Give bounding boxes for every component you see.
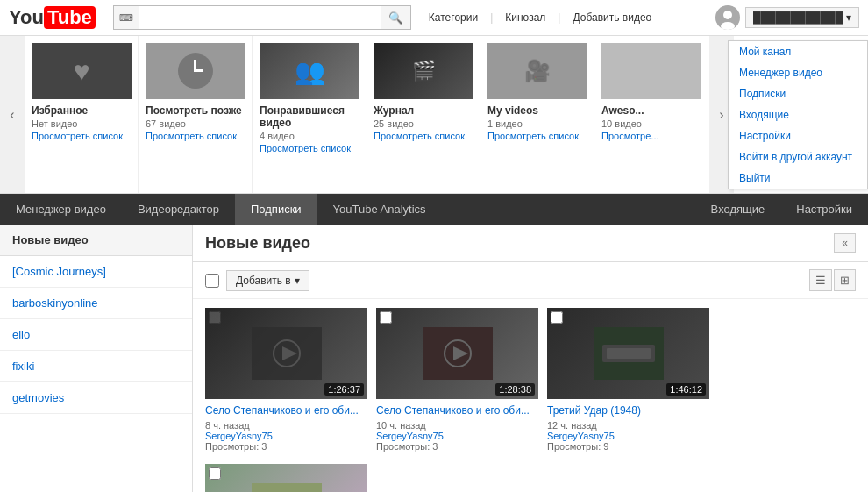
search-button[interactable]: 🔍 (381, 5, 411, 30)
keyboard-button[interactable]: ⌨ (113, 5, 139, 30)
playlist-count: 10 видео (601, 118, 701, 129)
dropdown-subscriptions[interactable]: Подписки (729, 83, 867, 104)
playlist-thumb-myvideos (487, 43, 587, 99)
video-time: 12 ч. назад (547, 420, 709, 431)
content-title: Новые видео (205, 234, 310, 253)
nav-cinema[interactable]: Кинозал (505, 11, 545, 24)
tab-subscriptions[interactable]: Подписки (235, 194, 317, 225)
svg-rect-14 (607, 348, 651, 359)
dropdown-switch-account[interactable]: Войти в другой аккаунт (729, 146, 867, 168)
sidebar-section-title: Новые видео (0, 225, 192, 256)
dropdown-logout[interactable]: Выйти (729, 168, 867, 189)
video-thumbnail: 1:28:38 (376, 308, 538, 399)
tab-settings[interactable]: Настройки (780, 194, 868, 225)
main-container: Новые видео [Cosmic Journeys] barboskiny… (0, 225, 868, 492)
add-to-button[interactable]: Добавить в ▾ (226, 270, 309, 291)
video-views: Просмотры: 3 (376, 441, 538, 452)
playlist-link[interactable]: Просмотреть список (260, 143, 351, 153)
playlist-title: My videos (487, 104, 587, 117)
svg-rect-5 (194, 69, 203, 72)
playlist-count: 4 видео (260, 131, 359, 141)
dropdown-settings[interactable]: Настройки (729, 125, 867, 146)
video-title[interactable]: Село Степанчиково и его оби... (376, 403, 538, 418)
playlist-item[interactable]: Избранное Нет видео Просмотреть список (25, 36, 139, 193)
grid-view-button[interactable]: ⊞ (834, 269, 856, 291)
nav-categories[interactable]: Категории (429, 11, 478, 24)
tab-inbox[interactable]: Входящие (695, 194, 781, 225)
playlist-item[interactable]: 🎬 Журнал 25 видео Просмотреть список (366, 36, 480, 193)
playlist-link[interactable]: Просмотреть список (146, 131, 237, 141)
playlist-link[interactable]: Просмотреть список (374, 131, 465, 141)
add-to-label: Добавить в (236, 275, 291, 287)
playlist-count: 1 видео (487, 118, 587, 129)
playlist-title: Aweso... (601, 104, 701, 117)
playlist-prev-button[interactable]: ‹ (0, 36, 25, 193)
playlist-thumb-awesome (601, 43, 701, 99)
video-card[interactable]: 1:26:37 Село Степанчиково и его оби... 8… (205, 308, 367, 452)
video-title[interactable]: Третий Удар (1948) (547, 403, 709, 418)
tab-video-manager[interactable]: Менеджер видео (0, 194, 122, 225)
sidebar-item-ello[interactable]: ello (0, 319, 192, 351)
video-channel[interactable]: SergeyYasny75 (376, 431, 538, 441)
video-grid: 1:26:37 Село Степанчиково и его оби... 8… (193, 299, 868, 492)
header-nav: Категории | Кинозал | Добавить видео (429, 11, 651, 24)
sidebar-item-barbos[interactable]: barboskinyonline (0, 288, 192, 319)
video-thumbnail: 1:46:12 (547, 308, 709, 399)
playlist-title: Избранное (32, 104, 131, 117)
dropdown-my-channel[interactable]: Мой канал (729, 41, 867, 62)
nav-add-video[interactable]: Добавить видео (573, 11, 651, 24)
playlist-link[interactable]: Просмотре... (601, 131, 659, 141)
logo-tube: Tube (44, 6, 96, 29)
select-all-checkbox[interactable] (205, 274, 219, 288)
video-card[interactable]: 1:28:38 Село Степанчиково и его оби... 1… (376, 308, 538, 452)
video-checkbox[interactable] (380, 311, 392, 324)
list-view-button[interactable]: ☰ (809, 269, 832, 291)
playlist-item[interactable]: Aweso... 10 видео Просмотре... (594, 36, 708, 193)
playlist-count: Нет видео (32, 118, 131, 129)
logo[interactable]: YouTube (9, 6, 96, 29)
nav-sep1: | (490, 11, 493, 24)
video-checkbox[interactable] (551, 311, 563, 324)
video-card[interactable]: 13:37 Гора Самоцветов: Толкование... 14 … (205, 464, 367, 492)
content-header: Новые видео « (193, 225, 868, 262)
video-views: Просмотры: 9 (547, 441, 709, 452)
playlist-thumb-fav (32, 43, 132, 99)
video-channel[interactable]: SergeyYasny75 (547, 431, 709, 441)
video-channel[interactable]: SergeyYasny75 (205, 431, 367, 441)
dropdown-inbox[interactable]: Входящие (729, 104, 867, 125)
playlist-link[interactable]: Просмотреть список (487, 131, 579, 141)
tab-video-editor[interactable]: Видеоредактор (122, 194, 235, 225)
video-thumbnail: 13:37 (205, 464, 367, 492)
video-duration: 1:26:37 (324, 383, 364, 396)
video-toolbar: Добавить в ▾ ☰ ⊞ (193, 262, 868, 299)
content-area: Новые видео « Добавить в ▾ ☰ ⊞ (193, 225, 868, 492)
user-name: ████████████ (753, 11, 843, 24)
video-time: 10 ч. назад (376, 420, 538, 431)
header: YouTube ⌨ 🔍 Категории | Кинозал | Добави… (0, 0, 868, 36)
playlist-item[interactable]: My videos 1 видео Просмотреть список (480, 36, 594, 193)
playlist-item[interactable]: Посмотреть позже 67 видео Просмотреть сп… (139, 36, 253, 193)
sidebar-item-fixiki[interactable]: fixiki (0, 351, 192, 382)
playlist-title: Посмотреть позже (146, 104, 245, 117)
video-duration: 1:28:38 (495, 383, 535, 396)
avatar (715, 5, 740, 30)
tab-analytics[interactable]: YouTube Analytics (317, 194, 442, 225)
playlist-link[interactable]: Просмотреть список (32, 131, 123, 141)
video-card[interactable]: 1:46:12 Третий Удар (1948) 12 ч. назад S… (547, 308, 709, 452)
playlist-item[interactable]: 👥 Понравившиеся видео 4 видео Просмотрет… (253, 36, 366, 193)
user-menu-button[interactable]: ████████████ ▾ (745, 7, 859, 28)
sidebar-item-getmovies[interactable]: getmovies (0, 382, 192, 414)
dropdown-video-manager[interactable]: Менеджер видео (729, 62, 867, 83)
dropdown-arrow-icon: ▾ (846, 11, 851, 24)
nav-sep2: | (558, 11, 560, 24)
video-title[interactable]: Село Степанчиково и его оби... (205, 403, 367, 418)
playlist-thumb-journal: 🎬 (374, 43, 473, 99)
collapse-button[interactable]: « (834, 233, 856, 253)
svg-rect-15 (252, 483, 322, 492)
search-input[interactable] (139, 5, 381, 30)
video-checkbox[interactable] (209, 467, 221, 480)
playlist-thumb-liked: 👥 (260, 43, 359, 99)
playlist-count: 25 видео (374, 118, 473, 129)
sidebar-item-cosmic[interactable]: [Cosmic Journeys] (0, 256, 192, 288)
video-thumbnail: 1:26:37 (205, 308, 367, 399)
